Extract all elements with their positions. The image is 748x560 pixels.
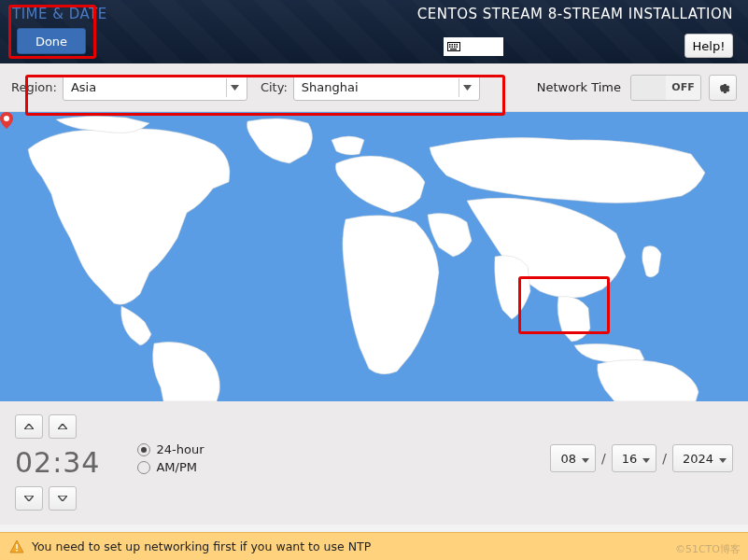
- minute-down-button[interactable]: [49, 486, 77, 511]
- keyboard-layout-indicator[interactable]: us: [444, 37, 503, 56]
- city-value: Shanghai: [302, 80, 359, 94]
- minute-up-button[interactable]: [49, 414, 77, 439]
- time-spinner: 02:34: [15, 414, 100, 511]
- year-combobox[interactable]: 2024: [672, 444, 733, 472]
- date-selector: 08 / 16 / 2024: [550, 444, 733, 472]
- svg-rect-9: [457, 47, 459, 49]
- keyboard-icon: [447, 42, 460, 51]
- chevron-down-icon: [642, 458, 650, 463]
- chevron-down-icon: [231, 85, 239, 91]
- watermark-text: ©51CTO博客: [675, 542, 741, 556]
- svg-rect-8: [454, 47, 456, 49]
- chevron-down-icon: [24, 496, 34, 501]
- date-separator: /: [601, 451, 606, 466]
- year-value: 2024: [683, 452, 713, 466]
- timezone-map[interactable]: [0, 112, 748, 401]
- day-combobox[interactable]: 16: [612, 444, 657, 472]
- svg-rect-6: [449, 47, 451, 49]
- time-display: 02:34: [15, 446, 100, 479]
- city-combobox[interactable]: Shanghai: [293, 75, 480, 101]
- installer-title: CENTOS STREAM 8-STREAM INSTALLATION: [417, 6, 733, 22]
- chevron-up-icon: [58, 424, 67, 429]
- warning-text: You need to set up networking first if y…: [32, 539, 371, 553]
- chevron-down-icon: [463, 85, 472, 91]
- chevron-down-icon: [719, 458, 727, 463]
- world-map-svg: [0, 112, 748, 401]
- time-date-controls: 02:34 24-hour AM/PM 08 / 16 / 2024: [0, 401, 748, 525]
- time-format-group: 24-hour AM/PM: [137, 442, 204, 478]
- svg-rect-2: [449, 44, 451, 46]
- location-pin-icon: [0, 112, 13, 129]
- svg-rect-4: [454, 44, 456, 46]
- header-bar: TIME & DATE CENTOS STREAM 8-STREAM INSTA…: [0, 0, 748, 63]
- hour-up-button[interactable]: [15, 414, 43, 439]
- radio-icon: [137, 443, 150, 456]
- switch-state: OFF: [666, 76, 700, 100]
- radio-ampm-label: AM/PM: [156, 460, 197, 474]
- warning-bar: You need to set up networking first if y…: [0, 532, 748, 560]
- region-value: Asia: [71, 80, 96, 94]
- warning-icon: [9, 539, 24, 554]
- svg-rect-13: [16, 544, 18, 549]
- chevron-up-icon: [24, 424, 34, 429]
- page-title: TIME & DATE: [12, 6, 107, 22]
- svg-rect-5: [457, 44, 459, 46]
- city-label: City:: [261, 80, 288, 94]
- keyboard-layout-text: us: [464, 40, 479, 53]
- svg-rect-7: [452, 47, 454, 49]
- svg-point-12: [4, 116, 9, 121]
- svg-rect-10: [450, 49, 457, 49]
- radio-ampm[interactable]: AM/PM: [137, 460, 204, 474]
- radio-24hour[interactable]: 24-hour: [137, 442, 204, 456]
- day-value: 16: [622, 452, 638, 466]
- region-city-bar: Region: Asia City: Shanghai Network Time…: [0, 63, 748, 112]
- hour-down-button[interactable]: [15, 486, 43, 511]
- svg-rect-14: [16, 550, 18, 552]
- help-button[interactable]: Help!: [684, 34, 733, 58]
- month-combobox[interactable]: 08: [550, 444, 596, 472]
- date-separator: /: [662, 451, 667, 466]
- month-value: 08: [560, 452, 576, 466]
- switch-handle: [631, 76, 666, 100]
- gear-icon: [715, 80, 730, 95]
- network-time-settings-button[interactable]: [709, 75, 737, 101]
- radio-24hour-label: 24-hour: [156, 442, 204, 456]
- chevron-down-icon: [58, 496, 67, 501]
- region-label: Region:: [11, 80, 57, 94]
- done-button[interactable]: Done: [17, 28, 86, 54]
- radio-icon: [137, 461, 150, 474]
- svg-rect-3: [452, 44, 454, 46]
- network-time-switch[interactable]: OFF: [630, 75, 701, 101]
- network-time-label: Network Time: [537, 80, 621, 94]
- region-combobox[interactable]: Asia: [63, 75, 247, 101]
- chevron-down-icon: [582, 458, 589, 463]
